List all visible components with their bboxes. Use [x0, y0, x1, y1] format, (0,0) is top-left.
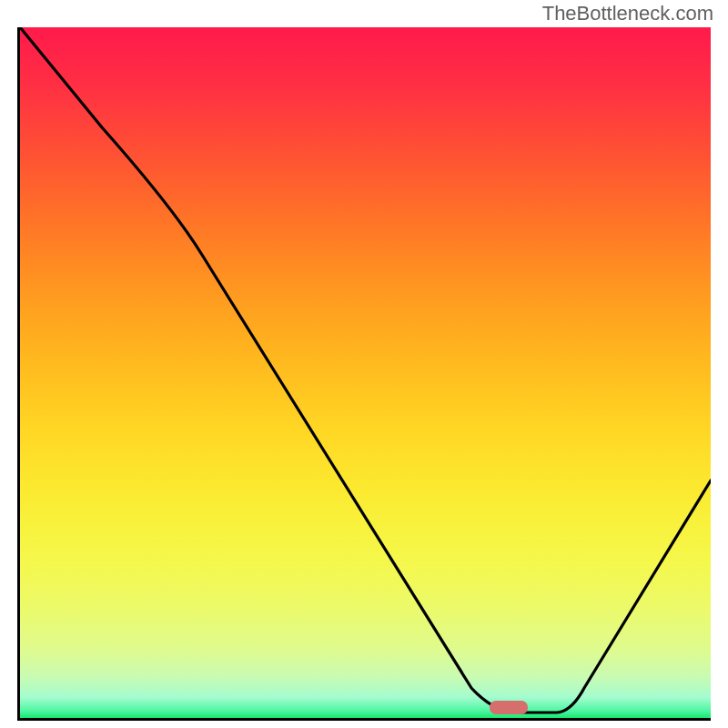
gradient-background: [20, 27, 711, 718]
optimum-marker: [490, 701, 528, 714]
chart-root: { "watermark_text": "TheBottleneck.com",…: [0, 0, 728, 728]
watermark-text: TheBottleneck.com: [542, 2, 713, 25]
plot-area: [17, 27, 711, 721]
